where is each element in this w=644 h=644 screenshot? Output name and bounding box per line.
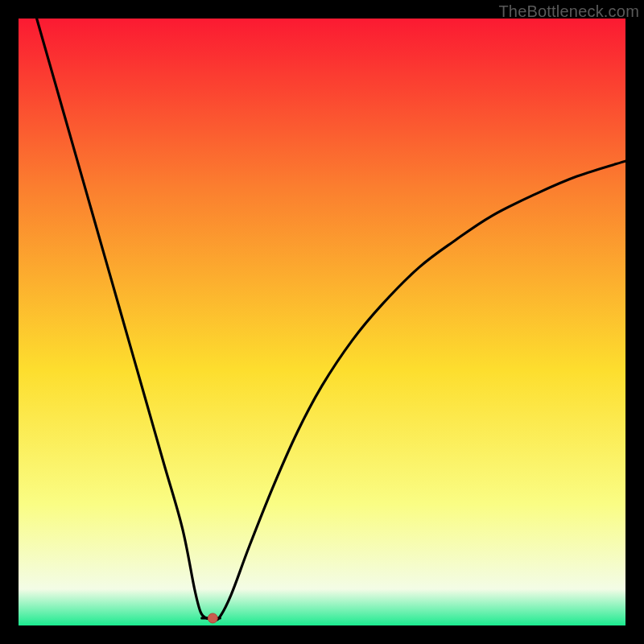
chart-frame (19, 19, 625, 625)
optimal-point-marker (208, 613, 217, 623)
gradient-background (19, 19, 625, 625)
bottleneck-plot (19, 19, 625, 625)
watermark-text: TheBottleneck.com (498, 2, 639, 21)
